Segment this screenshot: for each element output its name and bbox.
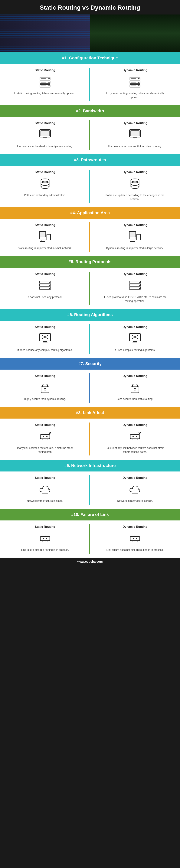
static-title-5: Static Routing [35, 272, 55, 276]
svg-point-3 [49, 82, 50, 83]
section-header-10: #10. Failure of Link [0, 509, 180, 521]
section-header-1: #1. Configuration Technique [0, 52, 180, 64]
svg-point-57 [49, 282, 50, 283]
dynamic-cell-7: Dynamic Routing Less secure than static … [90, 370, 180, 407]
static-icon-6 [37, 332, 53, 345]
svg-point-12 [138, 82, 140, 83]
section-header-2: #2. Bandwidth [0, 105, 180, 117]
dynamic-title-9: Dynamic Routing [122, 476, 147, 479]
static-icon-1 [37, 75, 53, 89]
dynamic-text-5: It uses protocols like EIGRP, ARP, etc. … [103, 295, 167, 303]
svg-rect-103 [130, 435, 140, 439]
section-header-3: #3. Paths/routes [0, 154, 180, 166]
dynamic-cell-6: Dynamic Routing It uses complex routing … [90, 320, 180, 358]
static-text-2: It requires less bandwidth than dynamic … [17, 144, 73, 148]
dynamic-text-2: It requires more bandwidth than static r… [108, 144, 162, 148]
static-icon-8 [37, 430, 53, 443]
svg-point-41 [131, 186, 139, 189]
dynamic-icon-10 [127, 532, 143, 545]
dynamic-title-4: Dynamic Routing [122, 223, 147, 227]
footer-url: www.educba.com [77, 560, 103, 563]
hero-image [0, 14, 180, 52]
section-header-9: #9. Network Infrastructure [0, 460, 180, 471]
static-cell-5: Static Routing It does not used any prot… [0, 268, 90, 309]
dynamic-cell-10: Dynamic Routing Link failure does not di… [90, 521, 180, 558]
section-header-5: #5. Routing Protocols [0, 256, 180, 268]
content-row-7: Static Routing Highly secure than dynami… [0, 370, 180, 407]
header: Static Routing vs Dynamic Routing [0, 0, 180, 14]
svg-point-5 [49, 85, 50, 87]
dynamic-text-7: Less secure than static routing. [117, 397, 153, 401]
dynamic-title-10: Dynamic Routing [122, 525, 147, 529]
dynamic-cell-2: Dynamic Routing It requires more bandwid… [90, 117, 180, 154]
dynamic-cell-4: Dynamic Routing Dynamic routing is imple… [90, 219, 180, 256]
dynamic-text-8: Failure of any link between routers does… [103, 446, 167, 454]
svg-point-87 [44, 389, 46, 390]
dynamic-cell-1: Dynamic Routing In dynamic routing, rout… [90, 64, 180, 105]
content-row-1: Static Routing In static routing, routin… [0, 64, 180, 105]
static-icon-5 [37, 279, 53, 292]
dynamic-cell-3: Dynamic Routing Paths are updated accord… [90, 166, 180, 207]
dynamic-title-7: Dynamic Routing [122, 374, 147, 378]
static-text-4: Static routing is implemented in small n… [18, 246, 72, 250]
dynamic-text-9: Network infrastructure is large. [117, 499, 153, 503]
dynamic-icon-4 [127, 230, 143, 243]
dynamic-icon-6 [127, 332, 143, 345]
static-title-9: Static Routing [35, 476, 55, 479]
static-cell-1: Static Routing In static routing, routin… [0, 64, 90, 105]
static-cell-6: Static Routing It does not use any compl… [0, 320, 90, 358]
svg-point-1 [49, 78, 50, 79]
svg-point-14 [138, 85, 140, 87]
footer: www.educba.com [0, 558, 180, 566]
dynamic-icon-5 [127, 279, 143, 292]
static-text-8: If any link between routers fails, it di… [13, 446, 77, 454]
svg-point-38 [131, 182, 139, 185]
dynamic-title-8: Dynamic Routing [122, 423, 147, 427]
svg-rect-92 [40, 435, 50, 439]
content-row-6: Static Routing It does not use any compl… [0, 320, 180, 358]
content-row-3: Static Routing Paths are defined by admi… [0, 166, 180, 207]
svg-rect-22 [41, 130, 50, 136]
static-title-2: Static Routing [35, 122, 55, 125]
static-text-9: Network infrastructure is small. [27, 499, 63, 503]
svg-point-66 [139, 282, 140, 283]
dynamic-text-3: Paths are updated according to the chang… [103, 193, 167, 201]
svg-point-99 [42, 436, 44, 437]
static-cell-9: Static Routing Network infrastructure is… [0, 471, 90, 508]
static-cell-2: Static Routing It requires less bandwidt… [0, 117, 90, 154]
static-cell-4: Static Routing Static routing is impleme… [0, 219, 90, 256]
dynamic-title-6: Dynamic Routing [122, 325, 147, 329]
page-title: Static Routing vs Dynamic Routing [7, 4, 173, 12]
svg-point-70 [139, 288, 140, 289]
dynamic-title-1: Dynamic Routing [122, 68, 147, 72]
dynamic-title-3: Dynamic Routing [122, 170, 147, 174]
section-header-8: #8. Link Affect [0, 407, 180, 418]
content-row-10: Static Routing Link failure disturbs rou… [0, 521, 180, 558]
static-title-10: Static Routing [35, 525, 55, 529]
static-cell-10: Static Routing Link failure disturbs rou… [0, 521, 90, 558]
svg-point-136 [133, 538, 134, 539]
static-text-3: Paths are defined by administrative. [24, 193, 66, 197]
content-row-2: Static Routing It requires less bandwidt… [0, 117, 180, 154]
static-icon-7 [37, 381, 53, 394]
svg-point-111 [136, 436, 138, 437]
svg-point-10 [138, 78, 140, 79]
static-title-7: Static Routing [35, 374, 55, 378]
static-title-8: Static Routing [35, 423, 55, 427]
dynamic-cell-9: Dynamic Routing Network infrastructure i… [90, 471, 180, 508]
static-title-3: Static Routing [35, 170, 55, 174]
svg-point-59 [49, 285, 50, 286]
dynamic-title-2: Dynamic Routing [122, 122, 147, 125]
content-row-5: Static Routing It does not used any prot… [0, 268, 180, 309]
svg-point-68 [139, 285, 140, 286]
svg-point-28 [41, 179, 49, 182]
section-header-6: #6. Routing Algorithms [0, 309, 180, 320]
svg-point-90 [134, 389, 136, 390]
content-row-8: Static Routing If any link between route… [0, 418, 180, 460]
static-icon-4 [37, 230, 53, 243]
svg-point-35 [131, 179, 139, 182]
static-cell-7: Static Routing Highly secure than dynami… [0, 370, 90, 407]
svg-point-127 [43, 538, 44, 539]
section-header-4: #4. Application Area [0, 207, 180, 219]
svg-point-137 [136, 538, 137, 539]
